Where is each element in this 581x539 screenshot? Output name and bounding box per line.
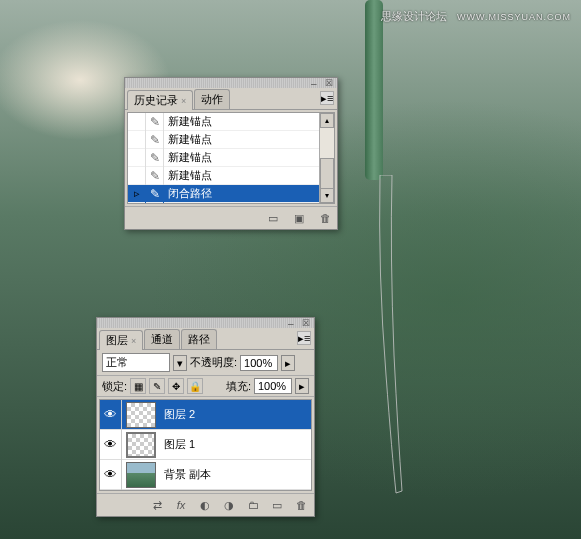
anchor-icon: ✎ (150, 169, 160, 183)
anchor-icon: ✎ (150, 133, 160, 147)
history-panel: – ☒ 历史记录× 动作 ▸≡ ✎新建锚点 ✎新建锚点 ✎新建锚点 ✎新建锚点 … (124, 77, 338, 230)
opacity-input[interactable]: 100% (240, 355, 278, 371)
scroll-down-icon[interactable]: ▾ (320, 188, 334, 203)
layers-panel: – ☒ 图层× 通道 路径 ▸≡ 正常 ▾ 不透明度: 100% ▸ 锁定: ▦… (96, 317, 315, 517)
lock-position-icon[interactable]: ✥ (168, 378, 184, 394)
anchor-icon: ✎ (150, 115, 160, 129)
group-icon[interactable]: 🗀 (244, 497, 262, 513)
lock-transparent-icon[interactable]: ▦ (130, 378, 146, 394)
layer-thumbnail[interactable] (126, 402, 156, 428)
history-item[interactable]: ✎新建锚点 (128, 167, 334, 185)
layer-row[interactable]: 👁 背景 副本 (100, 460, 311, 490)
layers-titlebar[interactable]: – ☒ (97, 318, 314, 328)
watermark-url: WWW.MISSYUAN.COM (457, 12, 571, 22)
tab-close-icon[interactable]: × (131, 336, 136, 346)
visibility-icon[interactable]: 👁 (100, 430, 122, 460)
minimize-icon[interactable]: – (288, 318, 298, 326)
opacity-slider-icon[interactable]: ▸ (281, 355, 295, 371)
minimize-icon[interactable]: – (311, 78, 321, 86)
visibility-icon[interactable]: 👁 (100, 460, 122, 490)
opacity-label: 不透明度: (190, 355, 237, 370)
panel-menu-icon[interactable]: ▸≡ (297, 331, 311, 345)
dropdown-icon[interactable]: ▾ (173, 355, 187, 371)
watermark-text: 思缘设计论坛 (381, 10, 447, 22)
history-footer: ▭ ▣ 🗑 (125, 206, 337, 229)
layer-thumbnail[interactable] (126, 462, 156, 488)
fill-label: 填充: (226, 379, 251, 394)
fill-slider-icon[interactable]: ▸ (295, 378, 309, 394)
layers-tabs: 图层× 通道 路径 ▸≡ (97, 328, 314, 350)
close-icon[interactable]: ☒ (302, 318, 312, 326)
layer-name: 背景 副本 (160, 467, 211, 482)
tab-channels[interactable]: 通道 (144, 329, 180, 349)
history-item-selected[interactable]: ▹✎闭合路径 (128, 185, 334, 203)
trash-icon[interactable]: 🗑 (292, 497, 310, 513)
history-item[interactable]: ✎新建锚点 (128, 131, 334, 149)
trash-icon[interactable]: 🗑 (316, 210, 334, 226)
layer-row[interactable]: 👁 图层 1 (100, 430, 311, 460)
tab-actions[interactable]: 动作 (194, 89, 230, 109)
fx-icon[interactable]: fx (172, 497, 190, 513)
tab-layers[interactable]: 图层× (99, 330, 143, 350)
visibility-icon[interactable]: 👁 (100, 400, 122, 430)
history-item[interactable]: ✎新建锚点 (128, 149, 334, 167)
tab-close-icon[interactable]: × (181, 96, 186, 106)
history-tabs: 历史记录× 动作 ▸≡ (125, 88, 337, 110)
history-list: ✎新建锚点 ✎新建锚点 ✎新建锚点 ✎新建锚点 ▹✎闭合路径 ▴ ▾ (127, 112, 335, 204)
lock-label: 锁定: (102, 379, 127, 394)
tab-paths[interactable]: 路径 (181, 329, 217, 349)
layer-list: 👁 图层 2 👁 图层 1 👁 背景 副本 (99, 399, 312, 491)
mask-icon[interactable]: ◐ (196, 497, 214, 513)
snapshot-icon[interactable]: ▣ (290, 210, 308, 226)
lock-fill-row: 锁定: ▦ ✎ ✥ 🔒 填充: 100% ▸ (97, 375, 314, 397)
adjustment-icon[interactable]: ◑ (220, 497, 238, 513)
scroll-up-icon[interactable]: ▴ (320, 113, 334, 128)
scrollbar[interactable]: ▴ ▾ (319, 113, 334, 203)
history-item[interactable]: ✎新建锚点 (128, 113, 334, 131)
layer-name: 图层 2 (160, 407, 195, 422)
lock-pixels-icon[interactable]: ✎ (149, 378, 165, 394)
watermark: 思缘设计论坛 WWW.MISSYUAN.COM (381, 8, 571, 24)
blend-opacity-row: 正常 ▾ 不透明度: 100% ▸ (97, 350, 314, 375)
anchor-icon: ✎ (150, 151, 160, 165)
lock-all-icon[interactable]: 🔒 (187, 378, 203, 394)
new-doc-icon[interactable]: ▭ (264, 210, 282, 226)
close-icon[interactable]: ☒ (325, 78, 335, 86)
new-layer-icon[interactable]: ▭ (268, 497, 286, 513)
path-icon: ✎ (150, 187, 160, 201)
layer-name: 图层 1 (160, 437, 195, 452)
tab-history[interactable]: 历史记录× (127, 90, 193, 110)
fill-input[interactable]: 100% (254, 378, 292, 394)
blend-mode-select[interactable]: 正常 (102, 353, 170, 372)
layer-row-selected[interactable]: 👁 图层 2 (100, 400, 311, 430)
layer-thumbnail[interactable] (126, 432, 156, 458)
layers-footer: ⇄ fx ◐ ◑ 🗀 ▭ 🗑 (97, 493, 314, 516)
link-layers-icon[interactable]: ⇄ (148, 497, 166, 513)
panel-menu-icon[interactable]: ▸≡ (320, 91, 334, 105)
lotus-stem (365, 0, 383, 180)
history-titlebar[interactable]: – ☒ (125, 78, 337, 88)
